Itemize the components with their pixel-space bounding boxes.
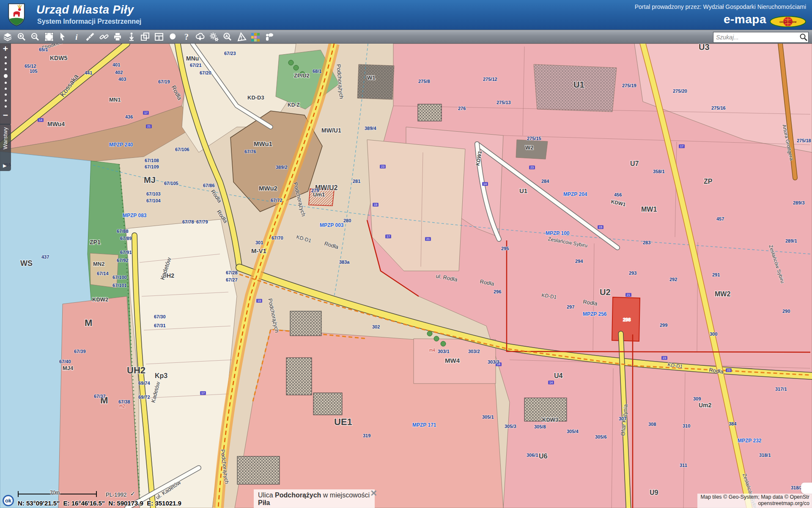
zoom-in-icon[interactable]	[16, 31, 28, 42]
map-label: MPZP 232	[738, 438, 762, 444]
link-icon[interactable]	[99, 31, 110, 42]
map-label: 293	[629, 271, 636, 276]
crs-selector[interactable]: PL-1992	[103, 491, 129, 498]
map-label: 279	[311, 188, 319, 193]
map-canvas[interactable]: 172114231517211423151714232115171423KDW5…	[0, 0, 812, 508]
map-label: U4	[554, 372, 563, 379]
app-header: Urząd Miasta Piły System Informacji Prze…	[0, 0, 812, 30]
attribution-line1: Map tiles © Geo-System; Map data © OpenS…	[701, 494, 809, 501]
parcel-badge-value: 17	[144, 111, 148, 114]
map-label: UH2	[127, 365, 145, 375]
map-label: KDW2	[92, 296, 108, 303]
map-label: U1	[519, 187, 527, 194]
zoom-level-dot[interactable]	[5, 82, 7, 84]
map-label: 68/1	[313, 69, 321, 74]
coordinates-readout: N: 53°09'21.5" E: 16°46'16.5" N: 590173.…	[18, 500, 181, 507]
help-icon[interactable]: ?	[181, 31, 193, 42]
map-label: 67/14	[97, 271, 109, 276]
measure-icon[interactable]	[85, 31, 96, 42]
layers-tab[interactable]: Warstwy ▶	[0, 124, 11, 171]
close-icon[interactable]: ✕	[368, 488, 380, 499]
geo-system-logo: GEO-SYSTEM	[770, 16, 806, 27]
map-label: U3	[699, 42, 710, 52]
zoom-level-dot[interactable]	[5, 94, 7, 96]
search-input[interactable]	[713, 34, 799, 41]
map-label: 67/19	[158, 79, 170, 84]
parcel-badge-value: 15	[599, 226, 602, 229]
svg-text:i: i	[75, 33, 78, 41]
map-label: 67/72	[271, 198, 283, 203]
pointer-icon[interactable]	[57, 31, 69, 42]
print-icon[interactable]	[112, 31, 124, 42]
map-label: U1	[573, 80, 584, 89]
zoom-level-dot[interactable]	[5, 56, 7, 58]
info-icon[interactable]: i	[71, 31, 83, 42]
ok-button[interactable]: ok	[3, 495, 14, 506]
zoom-level-slider[interactable]	[0, 54, 11, 110]
map-zone-hatch	[357, 64, 394, 99]
map-label: 105	[30, 69, 37, 74]
layers-icon[interactable]	[2, 31, 14, 42]
search-location-icon[interactable]	[222, 31, 234, 42]
svg-text:GEO-SYSTEM: GEO-SYSTEM	[779, 21, 796, 23]
report-issue-icon[interactable]	[236, 31, 248, 42]
zoom-level-dot[interactable]	[5, 88, 7, 90]
main-toolbar: i?	[0, 30, 812, 44]
map-label: MPZP 171	[412, 422, 436, 428]
map-label: WS	[20, 259, 33, 268]
crs-dropdown-icon[interactable]: ✓	[130, 490, 135, 497]
map-label: 290	[782, 309, 790, 314]
map-label: W1	[367, 75, 376, 81]
map-label: 67/106	[175, 147, 189, 152]
map-label: 67/88	[117, 229, 129, 234]
map-label: MN1	[109, 97, 121, 103]
map-label: 299	[660, 323, 667, 328]
split-view-icon[interactable]	[154, 31, 165, 42]
corner-control[interactable]	[801, 483, 812, 494]
svg-text:?: ?	[184, 32, 189, 41]
zoom-out-button[interactable]: −	[0, 110, 11, 120]
building-hatch	[237, 456, 280, 484]
parcel-badge-value: 21	[627, 293, 630, 296]
zoom-level-dot[interactable]	[5, 105, 7, 108]
map-label: 67/28	[226, 270, 238, 275]
street-view-icon[interactable]	[263, 31, 275, 42]
map-label: Kp3	[155, 372, 167, 379]
parcel-badge-value: 17	[387, 235, 390, 238]
map-label: m2	[119, 404, 125, 409]
map-label: 403	[118, 77, 126, 82]
parcel-badge-value: 14	[483, 182, 487, 185]
map-label: 67/76	[244, 149, 256, 154]
zoom-level-dot[interactable]	[5, 68, 7, 70]
select-area-icon[interactable]	[44, 31, 55, 42]
map-label: 307	[619, 416, 626, 421]
map-label: KD-D3	[247, 94, 264, 101]
legend-icon[interactable]	[250, 31, 261, 42]
settings-icon[interactable]	[208, 31, 220, 42]
map-label: 383a	[339, 260, 350, 265]
map-label: ZP1	[90, 239, 101, 246]
map-label: MW/U1	[321, 127, 341, 134]
map-label: 67/86	[203, 183, 215, 188]
map-label: MNu	[186, 55, 199, 62]
map-label: MWu4	[47, 121, 65, 127]
draw-polygon-icon[interactable]	[167, 31, 179, 42]
map-label: 283	[643, 240, 650, 245]
zoom-in-button[interactable]: +	[0, 44, 11, 54]
zoom-level-dot[interactable]	[5, 62, 7, 64]
city-crest-logo	[8, 3, 25, 26]
map-label: 436	[125, 114, 133, 119]
map-label: 67/78	[182, 219, 194, 224]
zoom-out-icon[interactable]	[30, 31, 41, 42]
map-label: U6	[539, 453, 548, 460]
map-label: 317/1	[775, 387, 787, 392]
add-point-icon[interactable]	[126, 31, 138, 42]
search-icon[interactable]	[799, 33, 808, 41]
zoom-level-dot[interactable]	[5, 99, 7, 102]
map-label: 389/4	[365, 126, 376, 131]
download-icon[interactable]	[195, 31, 206, 42]
map-label: ZP	[704, 178, 713, 185]
duplicate-view-icon[interactable]	[140, 31, 151, 42]
map-label: 289/3	[793, 200, 805, 205]
zoom-level-dot[interactable]	[4, 74, 8, 78]
